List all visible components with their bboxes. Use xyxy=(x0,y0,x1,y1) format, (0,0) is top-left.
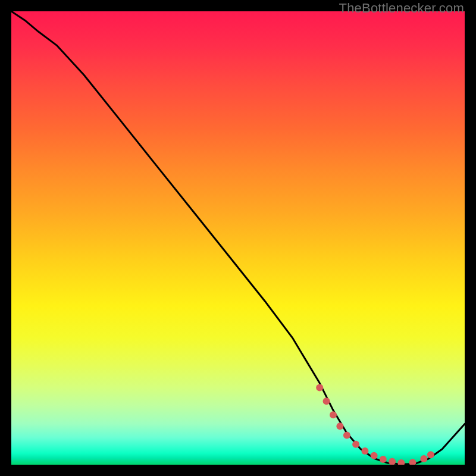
marker-dot xyxy=(361,447,368,455)
watermark-text: TheBottlenecker.com xyxy=(339,1,464,16)
marker-dot xyxy=(409,459,416,465)
plot-area xyxy=(11,11,465,465)
bottleneck-curve xyxy=(11,11,465,464)
marker-dot xyxy=(427,451,434,458)
curve-overlay xyxy=(11,11,465,465)
marker-dot xyxy=(336,422,343,430)
marker-dot xyxy=(371,452,378,459)
chart-stage: TheBottlenecker.com xyxy=(0,0,476,476)
marker-dot xyxy=(352,441,359,448)
marker-dot xyxy=(316,384,323,392)
marker-dot xyxy=(397,459,405,465)
marker-dot xyxy=(343,432,350,439)
marker-dot xyxy=(420,455,427,462)
marker-group xyxy=(316,384,434,465)
marker-dot xyxy=(389,458,396,465)
marker-dot xyxy=(330,411,337,418)
marker-dot xyxy=(323,397,330,405)
marker-dot xyxy=(380,456,387,463)
